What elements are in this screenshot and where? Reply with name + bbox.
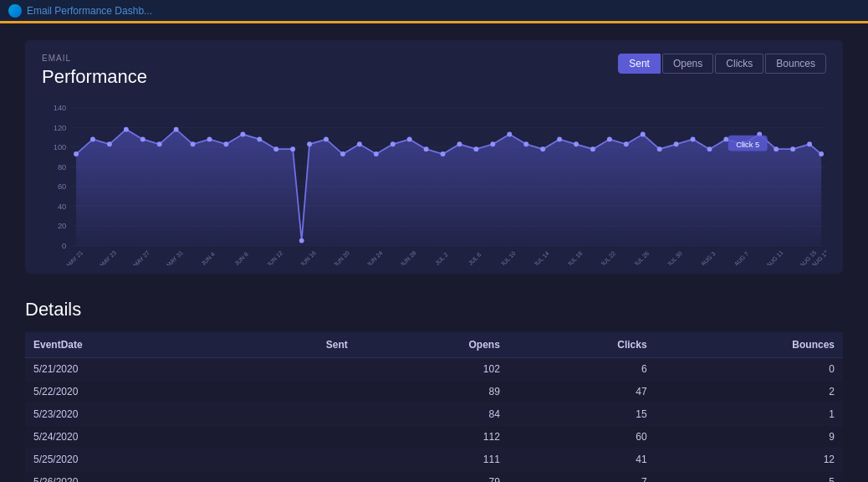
svg-point-37 (407, 136, 412, 141)
svg-text:MAY 27: MAY 27 (132, 249, 151, 265)
svg-text:JUN 4: JUN 4 (200, 251, 216, 265)
table-cell: 79 (356, 471, 508, 483)
btn-sent[interactable]: Sent (618, 54, 661, 74)
top-bar: Email Performance Dashb... (0, 0, 868, 23)
col-header-sent: Sent (234, 332, 356, 358)
btn-bounces[interactable]: Bounces (765, 54, 826, 74)
svg-text:Click 5: Click 5 (736, 140, 759, 149)
svg-text:MAY 31: MAY 31 (166, 249, 184, 265)
svg-point-50 (624, 141, 629, 146)
chart-container: 140 120 100 80 60 40 20 0 (42, 98, 826, 265)
svg-text:MAY 21: MAY 21 (65, 249, 84, 265)
table-cell: 5/26/2020 (25, 471, 234, 483)
svg-point-42 (490, 141, 495, 146)
col-header-eventdate: EventDate (25, 332, 234, 358)
svg-point-32 (324, 136, 329, 141)
table-header-row: EventDate Sent Opens Clicks Bounces (25, 332, 843, 358)
details-table: EventDate Sent Opens Clicks Bounces 5/21… (25, 332, 843, 482)
svg-text:140: 140 (54, 103, 67, 112)
table-cell: 5 (656, 471, 843, 483)
svg-text:60: 60 (58, 182, 66, 191)
table-cell: 1 (656, 403, 843, 426)
table-cell (234, 403, 356, 426)
svg-text:JUL 14: JUL 14 (533, 250, 550, 265)
svg-point-22 (174, 127, 179, 132)
svg-text:JUN 20: JUN 20 (332, 250, 350, 265)
table-cell (234, 381, 356, 403)
svg-point-20 (140, 136, 146, 141)
svg-text:JUL 18: JUL 18 (566, 250, 584, 265)
svg-text:JUN 24: JUN 24 (365, 250, 384, 265)
svg-point-29 (290, 146, 295, 151)
svg-point-60 (790, 146, 795, 151)
svg-point-23 (191, 141, 196, 146)
svg-text:100: 100 (54, 142, 67, 151)
svg-point-31 (307, 141, 312, 146)
btn-clicks[interactable]: Clicks (715, 54, 763, 74)
svg-point-54 (691, 136, 696, 141)
table-cell: 89 (356, 381, 508, 403)
svg-point-38 (424, 146, 429, 151)
svg-point-52 (657, 146, 662, 151)
chart-section-label: EMAIL (42, 54, 147, 63)
table-cell: 84 (356, 403, 508, 426)
svg-text:JUL 2: JUL 2 (434, 251, 449, 265)
svg-text:JUL 6: JUL 6 (467, 251, 483, 265)
table-cell (234, 358, 356, 381)
svg-text:MAY 23: MAY 23 (99, 249, 117, 265)
svg-text:JUN 28: JUN 28 (399, 250, 417, 265)
svg-point-33 (340, 151, 345, 156)
svg-point-49 (607, 136, 612, 141)
table-cell (234, 471, 356, 483)
table-cell: 60 (508, 426, 656, 449)
svg-point-40 (457, 141, 462, 146)
svg-text:JUL 10: JUL 10 (499, 250, 517, 265)
col-header-clicks: Clicks (508, 332, 656, 358)
svg-point-26 (240, 132, 245, 137)
table-cell: 15 (508, 403, 656, 426)
svg-text:JUN 8: JUN 8 (233, 251, 249, 265)
svg-point-43 (507, 132, 512, 137)
svg-text:120: 120 (54, 123, 67, 132)
chart-title: Performance (42, 66, 147, 88)
chart-title-group: EMAIL Performance (42, 54, 147, 88)
chart-buttons: Sent Opens Clicks Bounces (618, 54, 826, 74)
table-cell: 102 (356, 358, 508, 381)
svg-point-62 (819, 151, 824, 156)
details-section: Details EventDate Sent Opens Clicks Boun… (25, 299, 843, 482)
table-row: 5/26/20207975 (25, 471, 843, 483)
table-row: 5/25/20201114112 (25, 449, 843, 471)
svg-point-48 (590, 146, 595, 151)
details-title: Details (25, 299, 843, 320)
table-cell: 12 (656, 449, 843, 471)
svg-point-16 (74, 151, 79, 156)
svg-text:AUG 7: AUG 7 (733, 250, 750, 265)
svg-point-19 (124, 127, 129, 132)
svg-text:JUL 26: JUL 26 (633, 250, 651, 265)
svg-text:20: 20 (58, 221, 66, 230)
table-row: 5/21/202010260 (25, 358, 843, 381)
table-cell: 2 (656, 381, 843, 403)
salesforce-icon (8, 4, 22, 18)
chart-card: EMAIL Performance Sent Opens Clicks Boun… (25, 40, 843, 274)
svg-point-56 (723, 136, 728, 141)
svg-text:JUN 12: JUN 12 (266, 250, 284, 265)
svg-point-44 (523, 141, 528, 146)
svg-text:JUN 16: JUN 16 (299, 250, 318, 265)
svg-point-51 (641, 132, 646, 137)
svg-point-17 (90, 136, 95, 141)
svg-point-61 (807, 141, 812, 146)
table-row: 5/24/2020112609 (25, 426, 843, 449)
top-bar-title: Email Performance Dashb... (27, 5, 152, 17)
svg-text:80: 80 (58, 162, 66, 172)
svg-point-46 (557, 136, 562, 141)
svg-point-21 (157, 141, 162, 146)
svg-point-18 (107, 141, 112, 146)
svg-point-55 (707, 146, 712, 151)
table-cell: 111 (356, 449, 508, 471)
svg-point-30 (299, 238, 304, 244)
svg-text:40: 40 (58, 202, 66, 211)
svg-point-25 (223, 141, 228, 146)
svg-text:JUL 30: JUL 30 (666, 250, 684, 265)
btn-opens[interactable]: Opens (662, 54, 713, 74)
